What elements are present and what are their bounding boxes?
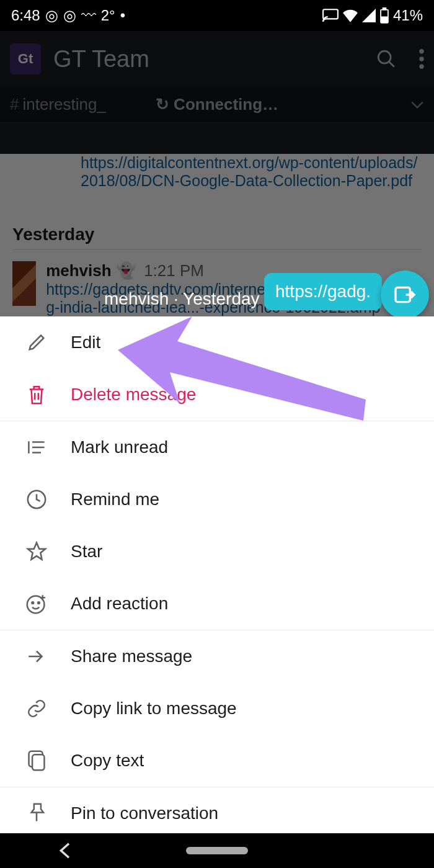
battery-icon (379, 7, 389, 24)
message-link[interactable]: https://digitalcontentnext.org/wp-conten… (81, 154, 422, 190)
menu-label: Star (71, 542, 102, 562)
svg-point-7 (419, 65, 423, 69)
menu-remind[interactable]: Remind me (0, 473, 434, 526)
home-pill[interactable] (186, 847, 248, 854)
menu-label: Remind me (71, 490, 159, 509)
battery-percent: 41% (393, 7, 423, 24)
menu-label: Copy link to message (71, 699, 237, 718)
menu-label: Edit (71, 333, 100, 352)
mustache-icon: 〰 (81, 7, 96, 24)
day-divider: Yesterday (12, 225, 422, 250)
workspace-title[interactable]: GT Team (53, 46, 149, 73)
menu-delete[interactable]: Delete message (0, 369, 434, 421)
menu-label: Copy text (71, 751, 144, 771)
svg-rect-2 (383, 8, 386, 10)
menu-mark-unread[interactable]: Mark unread (0, 421, 434, 473)
trash-icon (19, 383, 55, 406)
share-icon (19, 647, 55, 666)
copy-fab[interactable] (381, 271, 429, 319)
wifi-icon (342, 9, 358, 22)
menu-pin[interactable]: Pin to conversation (0, 787, 434, 833)
workspace-avatar[interactable]: Gt (10, 43, 41, 74)
add-reaction-icon (19, 593, 55, 615)
link-icon (19, 698, 55, 719)
connecting-label: ↻ Connecting… (0, 95, 434, 114)
clock-icon (19, 489, 55, 510)
svg-point-6 (419, 56, 423, 61)
dot-icon: • (120, 7, 125, 24)
menu-label: Delete message (71, 385, 196, 405)
temperature: 2° (101, 7, 115, 24)
svg-point-11 (32, 602, 33, 604)
message-author: mehvish (46, 261, 112, 280)
message-time: 1:21 PM (144, 261, 204, 280)
ghost-icon: 👻 (116, 261, 136, 280)
context-strip-label: mehvish · Yesterday at (104, 289, 279, 309)
svg-point-12 (38, 602, 40, 604)
instagram-icon: ◎ (45, 7, 58, 24)
list-icon (19, 439, 55, 456)
link-tooltip: https://gadg. (264, 273, 382, 310)
menu-copy-text[interactable]: Copy text (0, 735, 434, 787)
pencil-icon (19, 332, 55, 353)
svg-rect-3 (381, 17, 387, 22)
instagram-icon: ◎ (63, 7, 76, 24)
app-header: Gt GT Team (0, 31, 434, 87)
search-icon[interactable] (376, 48, 397, 69)
copy-icon (19, 749, 55, 772)
svg-point-4 (378, 51, 391, 63)
cell-icon (362, 9, 376, 22)
message-actions-sheet: Edit Delete message Mark unread Remind m… (0, 316, 434, 833)
back-button[interactable] (58, 842, 71, 859)
clock: 6:48 (11, 7, 40, 24)
status-bar: 6:48 ◎ ◎ 〰 2° • 41% (0, 0, 434, 31)
menu-star[interactable]: Star (0, 526, 434, 578)
svg-point-10 (27, 596, 45, 614)
cast-icon (322, 9, 339, 22)
svg-point-5 (419, 49, 423, 53)
menu-label: Mark unread (71, 437, 168, 457)
star-icon (19, 541, 55, 562)
svg-rect-13 (32, 754, 44, 770)
more-icon[interactable] (419, 49, 424, 69)
menu-edit[interactable]: Edit (0, 316, 434, 369)
menu-label: Pin to conversation (71, 803, 218, 823)
menu-label: Share message (71, 647, 192, 666)
system-navbar (0, 833, 434, 868)
menu-copy-link[interactable]: Copy link to message (0, 682, 434, 735)
menu-add-reaction[interactable]: Add reaction (0, 578, 434, 630)
menu-label: Add reaction (71, 594, 168, 614)
channel-bar[interactable]: # interesting_ ↻ Connecting… (0, 87, 434, 123)
menu-share[interactable]: Share message (0, 630, 434, 682)
pin-icon (19, 802, 55, 825)
